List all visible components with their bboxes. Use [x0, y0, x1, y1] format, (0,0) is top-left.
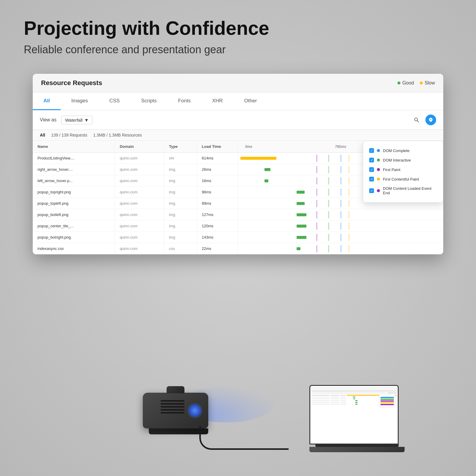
dropdown-color-dot: [377, 149, 380, 152]
page-subtitle: Reliable conference and presentation gea…: [24, 43, 226, 56]
cell-loadtime: 26ms: [197, 164, 238, 175]
good-dot: [397, 82, 400, 84]
cell-domain: quinn.com: [115, 153, 164, 164]
cell-type: img: [164, 198, 197, 209]
cell-type: img: [164, 164, 197, 175]
tab-scripts[interactable]: Scripts: [130, 93, 167, 110]
legend-slow: Slow: [420, 80, 435, 86]
dropdown-color-dot: [377, 189, 380, 192]
waterfall-label-792ms: 792ms: [335, 145, 346, 149]
dropdown-item[interactable]: ✓DOM Interactive: [369, 155, 437, 165]
dropdown-checkbox[interactable]: ✓: [369, 188, 374, 193]
cell-type: img: [164, 175, 197, 187]
tab-all[interactable]: All: [33, 93, 61, 110]
cell-domain: quinn.com: [115, 209, 164, 220]
cell-waterfall: [238, 220, 443, 232]
legend: Good Slow: [397, 80, 435, 86]
cell-name: indexasync.css: [33, 243, 115, 254]
cell-loadtime: 16ms: [197, 175, 238, 187]
dropdown-item[interactable]: ✓First Paint: [369, 165, 437, 174]
panel-title: Resource Requests: [41, 79, 102, 87]
cell-name: popup_topright.png: [33, 187, 115, 198]
cell-type: img: [164, 187, 197, 198]
cell-waterfall: [238, 243, 443, 254]
dropdown-checkbox[interactable]: ✓: [369, 177, 374, 181]
view-as-label: View as: [40, 117, 57, 123]
page-wrapper: Projecting with Confidence Reliable conf…: [0, 0, 476, 476]
toolbar-icons: [411, 115, 436, 125]
cell-waterfall: [238, 209, 443, 220]
dropdown-overlay: ✓DOM Complete✓DOM Interactive✓First Pain…: [363, 141, 443, 203]
slow-dot: [420, 82, 423, 84]
tab-images[interactable]: Images: [61, 93, 99, 110]
add-marker-button[interactable]: [425, 115, 436, 125]
dropdown-item-label: First Contentful Paint: [383, 177, 419, 181]
stats-filter: All: [40, 133, 45, 137]
table-row: popup_botleft.pngquinn.comimg127ms: [33, 209, 443, 220]
stats-request-count: 139 / 139 Requests: [51, 133, 87, 137]
panel-header: Resource Requests Good Slow: [33, 74, 443, 93]
view-as-select[interactable]: Waterfall ▼: [61, 116, 93, 124]
cell-type: img: [164, 232, 197, 243]
cell-domain: quinn.com: [115, 187, 164, 198]
cell-name: ProductListingView....: [33, 153, 115, 164]
th-loadtime: Load Time: [197, 141, 238, 153]
th-name: Name: [33, 141, 115, 153]
toolbar-row: View as Waterfall ▼: [33, 110, 443, 130]
th-type: Type: [164, 141, 197, 153]
tabs-row: All Images CSS Scripts Fonts XHR Other: [33, 93, 443, 110]
tab-fonts[interactable]: Fonts: [167, 93, 201, 110]
svg-line-1: [417, 121, 419, 122]
cell-loadtime: 22ms: [197, 243, 238, 254]
cell-type: img: [164, 209, 197, 220]
stats-resource-size: 1.3MB / 1.3MB Resources: [93, 133, 142, 137]
dropdown-item[interactable]: ✓DOM Content Loaded Event End: [369, 184, 437, 198]
cell-name: right_arrow_hover....: [33, 164, 115, 175]
chevron-down-icon: ▼: [84, 118, 89, 123]
dropdown-item-label: DOM Complete: [383, 148, 410, 153]
dropdown-item-label: DOM Interactive: [383, 158, 411, 162]
cell-domain: quinn.com: [115, 243, 164, 254]
tab-css[interactable]: CSS: [98, 93, 130, 110]
table-row: indexasync.cssquinn.comcss22ms: [33, 243, 443, 254]
cell-domain: quinn.com: [115, 198, 164, 209]
cell-domain: quinn.com: [115, 220, 164, 232]
tab-xhr[interactable]: XHR: [201, 93, 234, 110]
page-title: Projecting with Confidence: [24, 18, 269, 39]
cell-name: left_arrow_hover.p...: [33, 175, 115, 187]
dropdown-checkbox[interactable]: ✓: [369, 148, 374, 153]
dropdown-item-label: First Paint: [383, 167, 400, 172]
legend-good: Good: [397, 80, 414, 86]
cell-domain: quinn.com: [115, 175, 164, 187]
cell-name: popup_center_tile_...: [33, 220, 115, 232]
table-wrapper: Name Domain Type Load Time 0ms 792ms 1.6…: [33, 141, 443, 254]
cell-loadtime: 614ms: [197, 153, 238, 164]
dropdown-checkbox[interactable]: ✓: [369, 167, 374, 172]
table-row: popup_center_tile_...quinn.comimg120ms: [33, 220, 443, 232]
cell-loadtime: 120ms: [197, 220, 238, 232]
th-domain: Domain: [115, 141, 164, 153]
cell-name: popup_botright.png: [33, 232, 115, 243]
dropdown-color-dot: [377, 159, 380, 162]
cell-domain: quinn.com: [115, 232, 164, 243]
stats-row: All 139 / 139 Requests 1.3MB / 1.3MB Res…: [33, 130, 443, 141]
dropdown-color-dot: [377, 178, 380, 181]
dropdown-item[interactable]: ✓DOM Complete: [369, 146, 437, 155]
cell-loadtime: 96ms: [197, 187, 238, 198]
cell-waterfall: [238, 232, 443, 243]
dropdown-item[interactable]: ✓First Contentful Paint: [369, 174, 437, 184]
cell-name: popup_topleft.png: [33, 198, 115, 209]
search-button[interactable]: [411, 115, 422, 125]
cell-type: css: [164, 243, 197, 254]
waterfall-label-0ms: 0ms: [245, 145, 252, 149]
dropdown-checkbox[interactable]: ✓: [369, 158, 374, 162]
cell-domain: quinn.com: [115, 164, 164, 175]
cell-type: xhr: [164, 153, 197, 164]
cell-loadtime: 89ms: [197, 198, 238, 209]
cell-name: popup_botleft.png: [33, 209, 115, 220]
screen-panel: Resource Requests Good Slow All Images C…: [33, 74, 443, 254]
dropdown-color-dot: [377, 168, 380, 171]
cell-loadtime: 127ms: [197, 209, 238, 220]
tab-other[interactable]: Other: [234, 93, 268, 110]
dropdown-item-label: DOM Content Loaded Event End: [383, 186, 437, 195]
